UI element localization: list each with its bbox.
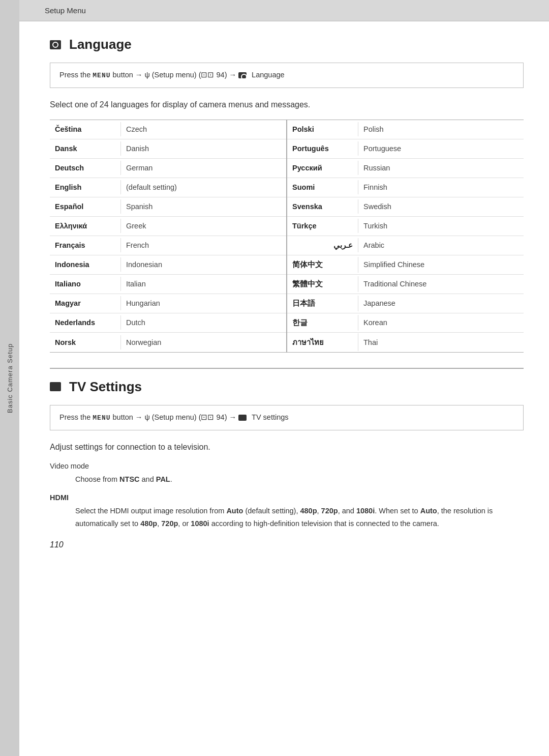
lang-english-swedish: Swedish [358,199,524,214]
lang-instr-icon [238,72,247,78]
lang-native-suomi: Suomi [287,180,358,194]
lang-english-turkish: Turkish [358,219,524,233]
hdmi-label: HDMI [50,493,524,502]
lang-english-arabic: Arabic [358,238,524,252]
lang-native-korean: 한글 [287,315,358,331]
tv-section: TV Settings Press the MENU button → ψ (S… [50,379,524,530]
lang-english-norwegian: Norwegian [121,335,286,350]
hdmi-720p: 720p [321,507,338,515]
top-header: Setup Menu [19,0,549,21]
video-mode-and: and [140,475,156,483]
tv-section-title: TV Settings [50,379,524,395]
video-mode-text: Video mode [50,462,89,470]
lang-row-espanol: Español Spanish [50,197,286,217]
language-section-title: Language [50,37,524,52]
sidebar-tab: Basic Camera Setup [0,0,19,756]
tv-menu-label: MENU [93,414,110,422]
language-instruction-box: Press the MENU button → ψ (Setup menu) (… [50,63,524,88]
video-mode-suffix: . [170,475,172,483]
lang-native-dansk: Dansk [50,141,121,156]
hdmi-comma1: , [317,507,321,515]
hdmi-auto-suffix: (default setting), [243,507,300,515]
lang-english-thai: Thai [358,335,524,350]
lang-row-cestina: Čeština Czech [50,120,286,139]
lang-row-polski: Polski Polish [287,120,524,139]
hdmi-comma4: , or [178,519,191,528]
lang-row-arabic: عـربي Arabic [287,236,524,255]
lang-row-svenska: Svenska Swedish [287,197,524,217]
lang-native-simplified-chinese: 简体中文 [287,257,358,273]
lang-native-deutsch: Deutsch [50,161,121,175]
lang-row-greek: Ελληνικά Greek [50,217,286,236]
sidebar-label: Basic Camera Setup [6,343,14,413]
lang-english-german: German [121,161,286,175]
lang-english-spanish: Spanish [121,199,286,214]
tv-instr-icon [238,415,247,421]
tv-instr-prefix: Press the [59,413,90,421]
video-mode-label: Video mode [50,462,524,470]
tv-icon [50,382,61,391]
lang-native-russian: Русский [287,161,358,175]
hdmi-text: HDMI [50,493,69,502]
hdmi-end: according to high-definition television … [209,519,439,528]
hdmi-comma2: , and [338,507,356,515]
hdmi-1080i: 1080i [356,507,375,515]
header-text: Setup Menu [45,6,86,15]
lang-native-norsk: Norsk [50,335,121,350]
lang-native-italiano: Italiano [50,277,121,291]
ntsc-label: NTSC [119,475,139,483]
lang-native-traditional-chinese: 繁體中文 [287,276,358,292]
language-right-column: Polski Polish Português Portuguese Русск… [287,120,524,352]
lang-english-finnish: Finnish [358,180,524,194]
lang-english-dutch: Dutch [121,315,286,330]
lang-english-hungarian: Hungarian [121,296,286,310]
language-title-text: Language [69,37,132,52]
lang-row-russian: Русский Russian [287,159,524,178]
lang-native-turkce: Türkçe [287,219,358,233]
lang-row-japanese: 日本語 Japanese [287,294,524,313]
lang-native-magyar: Magyar [50,296,121,310]
lang-english-french: French [121,238,286,252]
language-icon [50,40,61,49]
tv-instruction-box: Press the MENU button → ψ (Setup menu) (… [50,405,524,430]
lang-english-danish: Danish [121,141,286,156]
lang-native-nederlands: Nederlands [50,315,121,330]
hdmi-auto2: Auto [420,507,437,515]
lang-row-deutsch: Deutsch German [50,159,286,178]
lang-native-thai: ภาษาไทย [287,333,358,351]
lang-row-italiano: Italiano Italian [50,275,286,294]
lang-native-francais: Français [50,238,121,252]
tv-title-text: TV Settings [69,379,142,395]
language-table: Čeština Czech Dansk Danish Deutsch Germa… [50,120,524,353]
language-description: Select one of 24 languages for display o… [50,100,524,109]
lang-native-english: English [50,180,121,194]
hdmi-mid: . When set to [375,507,420,515]
lang-native-portugues: Português [287,141,358,156]
lang-instr-suffix: Language [252,71,285,79]
hdmi-auto: Auto [226,507,243,515]
hdmi-720p2: 720p [161,519,178,528]
lang-english-korean: Korean [358,315,524,330]
lang-row-english: English (default setting) [50,178,286,197]
section-divider [50,368,524,369]
video-mode-prefix: Choose from [75,475,119,483]
tv-instr-suffix: TV settings [252,413,289,421]
lang-english-portuguese: Portuguese [358,141,524,156]
lang-english-default: (default setting) [121,180,286,194]
lang-instr-middle: button → ψ (Setup menu) (⊡⊡ 94) → [113,71,239,79]
lang-english-russian: Russian [358,161,524,175]
lang-row-dansk: Dansk Danish [50,139,286,159]
lang-native-espanol: Español [50,199,121,214]
lang-menu-label: MENU [93,72,110,79]
lang-english-italian: Italian [121,277,286,291]
hdmi-1080i2: 1080i [191,519,209,528]
lang-row-nederlands: Nederlands Dutch [50,313,286,333]
lang-row-simplified-chinese: 简体中文 Simplified Chinese [287,255,524,275]
lang-native-japanese: 日本語 [287,296,358,311]
lang-row-norsk: Norsk Norwegian [50,333,286,352]
lang-native-indonesia: Indonesia [50,257,121,272]
hdmi-body: Select the HDMI output image resolution … [50,505,524,530]
hdmi-text-prefix: Select the HDMI output image resolution … [75,507,226,515]
lang-english-traditional-chinese: Traditional Chinese [358,277,524,291]
lang-row-portugues: Português Portuguese [287,139,524,159]
